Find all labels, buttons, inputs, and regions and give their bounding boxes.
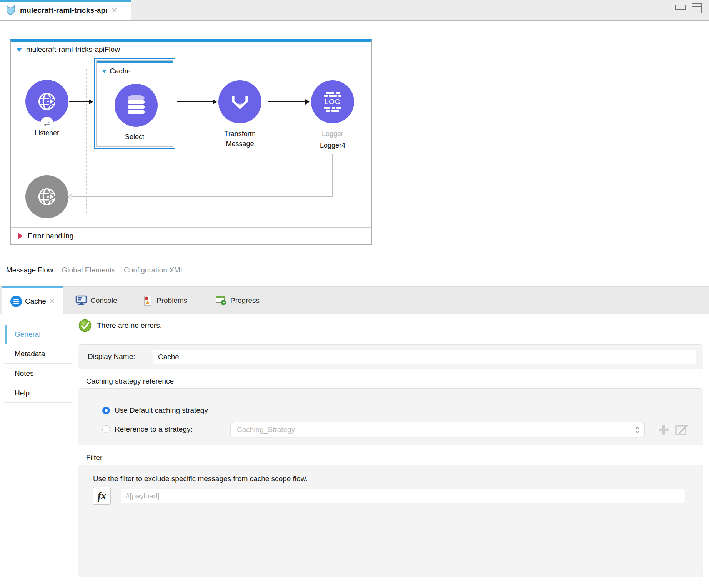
status-message: There are no errors. bbox=[97, 321, 162, 330]
sidebar-item-general[interactable]: General bbox=[4, 325, 72, 344]
tab-console[interactable]: Console bbox=[75, 286, 117, 314]
logger-node[interactable]: LOG bbox=[311, 80, 354, 123]
display-name-group: Display Name: bbox=[78, 344, 703, 369]
transform-label-line2: Message bbox=[201, 140, 278, 148]
console-icon bbox=[75, 295, 87, 306]
cache-scope[interactable]: Cache Select bbox=[94, 58, 175, 149]
caching-strategy-value: Caching_Strategy bbox=[237, 425, 295, 434]
tab-cache-properties[interactable]: Cache ✕ bbox=[2, 286, 63, 314]
plus-icon bbox=[657, 423, 670, 436]
editor-tab-title: mulecraft-raml-tricks-api bbox=[20, 6, 108, 15]
tab-problems[interactable]: Problems bbox=[142, 286, 187, 314]
add-strategy-button[interactable] bbox=[657, 423, 670, 437]
mule-logo-icon bbox=[5, 5, 17, 16]
globe-arrow-icon bbox=[36, 90, 58, 113]
filter-heading: Filter bbox=[86, 453, 102, 462]
listener-response-node[interactable] bbox=[25, 175, 68, 218]
stepper-chevrons-icon bbox=[635, 426, 640, 434]
tab-console-label: Console bbox=[90, 296, 117, 305]
tab-message-flow[interactable]: Message Flow bbox=[6, 266, 53, 274]
sidebar-item-help[interactable]: Help bbox=[4, 384, 72, 403]
database-icon bbox=[127, 95, 145, 116]
tab-progress-label: Progress bbox=[230, 296, 260, 305]
tab-progress[interactable]: Progress bbox=[215, 286, 260, 314]
canvas-view-tabs: Message Flow Global Elements Configurati… bbox=[6, 266, 184, 274]
problems-icon bbox=[142, 295, 153, 306]
flow-arrow bbox=[268, 101, 309, 102]
sidebar-item-metadata[interactable]: Metadata bbox=[4, 344, 72, 364]
dataweave-icon bbox=[228, 90, 251, 113]
cache-scope-inner: Cache Select bbox=[96, 60, 173, 147]
tab-problems-label: Problems bbox=[156, 296, 187, 305]
cache-scope-header[interactable]: Cache bbox=[102, 67, 131, 75]
response-path-vertical bbox=[332, 154, 333, 197]
caching-strategy-heading: Caching strategy reference bbox=[86, 377, 174, 385]
error-handling-section[interactable]: Error handling bbox=[11, 227, 371, 244]
caching-strategy-group: Use Default caching strategy Reference t… bbox=[78, 388, 703, 445]
editor-tab-close-icon[interactable]: ✕ bbox=[111, 7, 118, 14]
flow-arrow bbox=[177, 101, 216, 102]
transform-message-node[interactable] bbox=[218, 80, 261, 123]
sidebar-separator bbox=[72, 314, 72, 588]
log-icon-text: LOG bbox=[324, 98, 341, 106]
tab-global-elements[interactable]: Global Elements bbox=[62, 266, 115, 274]
radio-default-caching-label[interactable]: Use Default caching strategy bbox=[115, 406, 208, 415]
radio-reference-strategy-label[interactable]: Reference to a strategy: bbox=[115, 425, 193, 434]
edit-strategy-button[interactable] bbox=[675, 424, 689, 437]
editor-tab-mulecraft[interactable]: mulecraft-raml-tricks-api ✕ bbox=[0, 0, 131, 20]
expand-triangle-icon[interactable] bbox=[18, 233, 23, 239]
minimize-button[interactable] bbox=[675, 5, 686, 10]
cache-scope-top-bar bbox=[97, 61, 173, 63]
select-label: Select bbox=[97, 133, 173, 141]
collapse-triangle-icon[interactable] bbox=[102, 70, 107, 73]
tab-cache-label: Cache bbox=[25, 297, 46, 306]
tab-close-icon[interactable]: ✕ bbox=[49, 297, 55, 305]
globe-arrow-icon bbox=[36, 186, 58, 208]
select-node[interactable] bbox=[115, 84, 158, 127]
source-boundary-dashed-line bbox=[86, 69, 87, 213]
radio-reference-strategy[interactable] bbox=[102, 425, 110, 433]
logger-type-label: Logger bbox=[294, 130, 371, 138]
edit-icon bbox=[675, 424, 689, 435]
anypoint-studio-window: mulecraft-raml-tricks-api ✕ mulecraft-ra… bbox=[0, 0, 709, 588]
flow-title: mulecraft-raml-tricks-apiFlow bbox=[26, 45, 120, 54]
display-name-label: Display Name: bbox=[88, 352, 135, 361]
display-name-input[interactable] bbox=[153, 350, 696, 364]
status-row: There are no errors. bbox=[78, 319, 162, 332]
flow-arrow bbox=[69, 101, 92, 102]
properties-view-icon bbox=[10, 296, 22, 307]
expression-fx-button[interactable]: fx bbox=[93, 487, 111, 505]
flow-header[interactable]: mulecraft-raml-tricks-apiFlow bbox=[16, 45, 120, 54]
exchange-icon: ⇌ bbox=[44, 119, 50, 128]
transform-label-line1: Transform bbox=[201, 130, 278, 138]
sidebar-item-notes[interactable]: Notes bbox=[4, 364, 72, 383]
cache-scope-title: Cache bbox=[110, 67, 131, 75]
progress-icon bbox=[215, 296, 227, 306]
tab-configuration-xml[interactable]: Configuration XML bbox=[124, 266, 184, 274]
listener-exchange-badge: ⇌ bbox=[40, 117, 53, 130]
error-handling-label: Error handling bbox=[28, 232, 73, 240]
filter-group: Use the filter to exclude specific messa… bbox=[78, 465, 703, 577]
listener-label: Listener bbox=[8, 129, 85, 137]
flow-container[interactable]: mulecraft-raml-tricks-apiFlow ⇌ Liste bbox=[10, 39, 372, 245]
no-errors-check-icon bbox=[78, 319, 92, 332]
collapse-triangle-icon[interactable] bbox=[16, 48, 22, 52]
maximize-button[interactable] bbox=[692, 3, 702, 13]
radio-default-caching[interactable] bbox=[102, 407, 110, 414]
logger-name-label: Logger4 bbox=[294, 141, 371, 149]
caching-strategy-combobox[interactable]: Caching_Strategy bbox=[230, 422, 645, 437]
response-path-horizontal bbox=[71, 196, 333, 197]
log-icon: LOG bbox=[324, 92, 341, 112]
filter-expression-input[interactable] bbox=[121, 489, 685, 503]
filter-description: Use the filter to exclude specific messa… bbox=[93, 475, 308, 483]
editor-tab-bar: mulecraft-raml-tricks-api ✕ bbox=[0, 0, 709, 21]
